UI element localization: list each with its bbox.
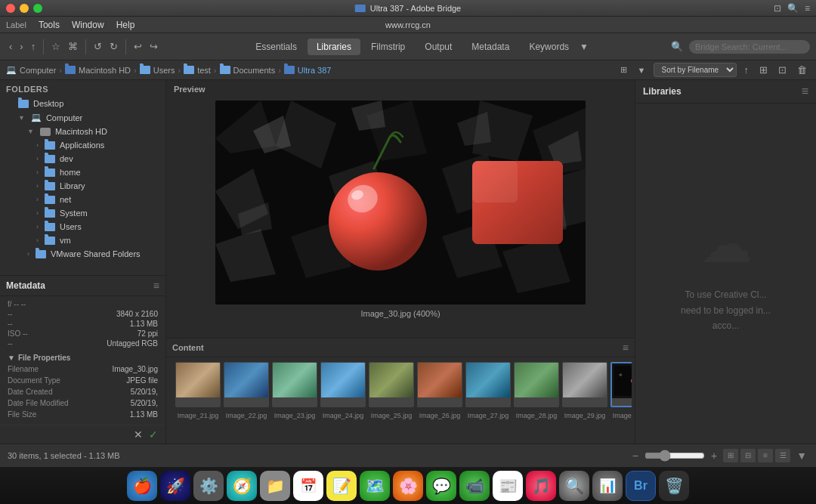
forward-button[interactable]: › <box>17 39 26 54</box>
metadata-menu-icon[interactable]: ≡ <box>153 280 159 292</box>
menu-tools[interactable]: Tools <box>39 20 60 30</box>
dock-activity[interactable]: 📊 <box>592 471 623 501</box>
libraries-menu-icon[interactable]: ≡ <box>802 85 808 98</box>
sidebar-item-applications[interactable]: › Applications <box>0 138 165 152</box>
undo-button[interactable]: ↩ <box>131 39 145 54</box>
view-options[interactable]: ▼ <box>635 64 649 76</box>
thumbnail-27[interactable] <box>465 362 511 407</box>
dock-maps[interactable]: 🗺️ <box>360 471 390 501</box>
grid-view2-button[interactable]: ⊟ <box>740 449 756 462</box>
folder-icon <box>45 209 55 218</box>
dock-preferences[interactable]: ⚙️ <box>193 471 224 501</box>
sidebar-item-desktop[interactable]: Desktop <box>0 97 165 110</box>
thumbnail-26[interactable] <box>417 362 462 407</box>
search-icon[interactable]: 🔍 <box>787 3 799 14</box>
dock-finder[interactable]: 🍎 <box>127 471 157 501</box>
thumbnail-23[interactable] <box>272 362 317 407</box>
rotate-right[interactable]: ↻ <box>107 39 121 54</box>
dock-finder3[interactable]: 🔍 <box>559 471 589 501</box>
thumbnail-22[interactable] <box>224 362 269 407</box>
thumbnail-28[interactable] <box>514 362 559 407</box>
news-icon: 📰 <box>499 477 518 495</box>
dock-trash[interactable]: 🗑️ <box>659 471 689 501</box>
sidebar-item-net[interactable]: › net <box>0 193 165 206</box>
dock-news[interactable]: 📰 <box>493 471 523 501</box>
sidebar-item-dev[interactable]: › dev <box>0 152 165 165</box>
dock-messages[interactable]: 💬 <box>426 471 456 501</box>
back-button[interactable]: ‹ <box>6 39 15 54</box>
action-button[interactable]: ⊡ <box>775 63 790 77</box>
delete-button[interactable]: 🗑 <box>794 63 810 77</box>
search-input[interactable] <box>689 40 810 54</box>
sort-select[interactable]: Sort by Filename Sort by Date Sort by Si… <box>654 63 737 77</box>
menu-help[interactable]: Help <box>116 20 135 30</box>
breadcrumb-computer[interactable]: 💻 Computer <box>6 65 56 75</box>
reveal-button[interactable]: ⌘ <box>65 39 81 54</box>
tab-output[interactable]: Output <box>416 39 461 55</box>
thumbnail-21[interactable] <box>175 362 221 407</box>
favorites-button[interactable]: ☆ <box>48 39 63 54</box>
dock-calendar[interactable]: 📅 <box>293 471 323 501</box>
menu-icon[interactable]: ≡ <box>805 3 810 14</box>
zoom-out-button[interactable]: − <box>631 448 640 463</box>
file-properties-header[interactable]: ▼ File Properties <box>0 351 165 363</box>
search-icon-btn[interactable]: 🔍 <box>668 39 686 54</box>
dock-launchpad[interactable]: 🚀 <box>160 471 190 501</box>
cancel-icon[interactable]: ✕ <box>134 428 143 441</box>
thumbnail-30[interactable]: ✦ ✦ <box>610 362 632 407</box>
dock-facetime[interactable]: 📹 <box>459 471 490 501</box>
menu-window[interactable]: Window <box>72 20 104 30</box>
tab-keywords[interactable]: Keywords <box>520 39 578 55</box>
rotate-left[interactable]: ↺ <box>91 39 105 54</box>
dock-photos[interactable]: 🌸 <box>393 471 423 501</box>
breadcrumb-documents[interactable]: Documents <box>220 66 276 75</box>
thumbnail-24[interactable] <box>320 362 366 407</box>
sidebar-item-home[interactable]: › home <box>0 165 165 179</box>
content-menu-icon[interactable]: ≡ <box>623 342 629 354</box>
filter-button[interactable]: ⊞ <box>617 63 630 76</box>
zoom-in-button[interactable]: + <box>709 448 719 463</box>
maximize-button[interactable] <box>33 4 42 13</box>
dock-bridge[interactable]: Br <box>626 471 656 501</box>
tab-libraries[interactable]: Libraries <box>308 39 360 55</box>
dock-music[interactable]: 🎵 <box>526 471 556 501</box>
breadcrumb-users[interactable]: Users <box>140 66 175 75</box>
confirm-icon[interactable]: ✓ <box>149 428 158 441</box>
sidebar-item-macintosh[interactable]: ▼ Macintosh HD <box>0 125 165 138</box>
breadcrumb-test[interactable]: test <box>184 66 211 75</box>
grid-view-button[interactable]: ⊞ <box>723 449 738 462</box>
dock-safari[interactable]: 🧭 <box>227 471 257 501</box>
more-workspaces[interactable]: ▼ <box>580 42 589 52</box>
thumbnail-25[interactable] <box>369 362 414 407</box>
folders-panel: Folders Desktop ▼ 💻 Computer ▼ Macintosh… <box>0 80 165 275</box>
tab-filmstrip[interactable]: Filmstrip <box>362 39 414 55</box>
sort-direction[interactable]: ↑ <box>741 63 753 77</box>
close-button[interactable] <box>6 4 15 13</box>
tab-metadata[interactable]: Metadata <box>462 39 518 55</box>
up-button[interactable]: ↑ <box>28 39 39 54</box>
redo-button[interactable]: ↪ <box>147 39 161 54</box>
tab-essentials[interactable]: Essentials <box>246 39 306 55</box>
minimize-button[interactable] <box>20 4 29 13</box>
dock-notes[interactable]: 📝 <box>326 471 357 501</box>
dock-finder2[interactable]: 📁 <box>260 471 290 501</box>
sidebar-item-computer[interactable]: ▼ 💻 Computer <box>0 110 165 125</box>
fp-key: Date File Modified <box>8 399 76 407</box>
thumbnail-29[interactable] <box>562 362 607 407</box>
breadcrumb-macintosh[interactable]: Macintosh HD <box>65 66 131 75</box>
sidebar-item-users[interactable]: › Users <box>0 220 165 233</box>
breadcrumb-ultra387[interactable]: Ultra 387 <box>284 66 332 75</box>
folder-icon <box>220 66 230 74</box>
filter-icon[interactable]: ▼ <box>795 448 808 463</box>
details-view-button[interactable]: ☰ <box>775 449 790 462</box>
fp-modified: Date File Modified 5/20/19, <box>0 397 165 409</box>
sidebar-item-vm[interactable]: › vm <box>0 233 165 247</box>
view-grid[interactable]: ⊞ <box>756 63 771 77</box>
thumb-name-22: Image_22.jpg <box>224 412 269 419</box>
sidebar-item-library[interactable]: › Library <box>0 179 165 193</box>
sidebar-item-system[interactable]: › System <box>0 206 165 220</box>
zoom-slider[interactable] <box>644 450 705 462</box>
list-view-button[interactable]: ≡ <box>758 449 773 462</box>
screen-share-icon[interactable]: ⊡ <box>774 3 781 14</box>
sidebar-item-vmware[interactable]: › VMware Shared Folders <box>0 247 165 261</box>
